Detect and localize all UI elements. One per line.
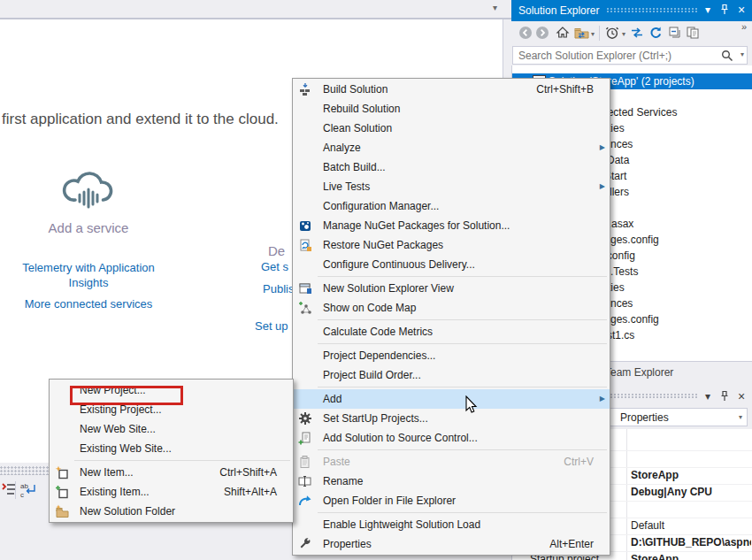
properties-combobox-text: Properties xyxy=(620,411,669,424)
pin-icon[interactable] xyxy=(717,390,732,404)
forward-icon[interactable] xyxy=(535,26,550,41)
tab-team-explorer[interactable]: Team Explorer xyxy=(605,366,673,379)
menu-item-label: Project Build Order... xyxy=(323,369,421,381)
solution-context-menu: Build SolutionCtrl+Shift+BRebuild Soluti… xyxy=(292,78,610,556)
publish-link-clipped[interactable]: Publis xyxy=(263,282,294,295)
add-a-service-button[interactable]: Add a service xyxy=(9,161,168,235)
existing-item-icon xyxy=(55,485,69,499)
close-icon[interactable]: × xyxy=(734,4,748,18)
sync-active-document-icon[interactable] xyxy=(574,26,589,41)
menu-item-clean-solution[interactable]: Clean Solution xyxy=(293,119,610,138)
menu-item-new-project[interactable]: New Project... xyxy=(50,380,293,400)
menu-item-new-solution-explorer-view[interactable]: New Solution Explorer View xyxy=(293,279,610,298)
menu-item-label: Manage NuGet Packages for Solution... xyxy=(323,219,510,232)
menu-item-new-item[interactable]: New Item...Ctrl+Shift+A xyxy=(50,463,293,482)
menu-item-show-on-code-map[interactable]: Show on Code Map xyxy=(293,298,610,318)
no-icon xyxy=(298,325,312,339)
menu-item-label: Existing Web Site... xyxy=(80,442,172,455)
menu-item-label: Calculate Code Metrics xyxy=(323,326,433,338)
error-list-icon[interactable] xyxy=(2,480,16,502)
menu-item-shortcut: Shift+Alt+A xyxy=(224,482,277,502)
property-value[interactable]: StoreApp xyxy=(631,467,751,484)
get-started-link-clipped[interactable]: Get s xyxy=(261,260,288,273)
menu-item-live-tests[interactable]: Live Tests▶ xyxy=(293,177,610,196)
menu-item-label: Rename xyxy=(323,475,363,487)
code-map-icon xyxy=(298,301,312,315)
search-icon[interactable] xyxy=(721,50,733,65)
search-options-dropdown-icon[interactable]: ▾ xyxy=(740,50,744,58)
menu-separator xyxy=(74,460,290,461)
submenu-arrow-icon: ▶ xyxy=(600,138,605,157)
no-icon xyxy=(298,392,312,406)
rename-icon xyxy=(298,474,312,488)
menu-item-manage-nuget-packages[interactable]: Manage NuGet Packages for Solution... xyxy=(293,216,610,235)
no-icon xyxy=(298,518,312,532)
close-icon[interactable]: × xyxy=(734,390,748,404)
menu-item-project-dependencies[interactable]: Project Dependencies... xyxy=(293,346,610,365)
menu-item-add-solution-to-source-control[interactable]: Add Solution to Source Control... xyxy=(293,428,610,448)
menu-item-label: Restore NuGet Packages xyxy=(323,239,443,251)
menu-item-open-folder-in-file-explorer[interactable]: Open Folder in File Explorer xyxy=(293,491,610,510)
chevron-down-icon[interactable]: ▾ xyxy=(591,30,595,38)
no-icon xyxy=(298,160,312,174)
menu-item-set-startup-projects[interactable]: Set StartUp Projects... xyxy=(293,409,610,428)
show-all-files-icon[interactable] xyxy=(686,26,701,41)
visual-studio-window: ▾ first application and extend it to the… xyxy=(0,0,752,560)
menu-item-new-web-site[interactable]: New Web Site... xyxy=(50,419,293,439)
menu-item-analyze[interactable]: Analyze▶ xyxy=(293,138,610,157)
menu-item-add[interactable]: Add▶ xyxy=(293,389,610,409)
set-up-link-clipped[interactable]: Set up xyxy=(255,319,288,333)
menu-item-build-solution[interactable]: Build SolutionCtrl+Shift+B xyxy=(293,80,610,99)
property-value[interactable]: Default xyxy=(631,518,751,534)
menu-item-existing-project[interactable]: Existing Project... xyxy=(50,400,293,419)
chevron-down-icon[interactable]: ▾ xyxy=(739,413,742,421)
home-icon[interactable] xyxy=(556,26,571,41)
menu-item-existing-item[interactable]: Existing Item...Shift+Alt+A xyxy=(50,482,293,502)
word-wrap-icon[interactable]: ab c xyxy=(19,480,37,502)
search-input[interactable] xyxy=(512,46,748,65)
property-value[interactable]: Debug|Any CPU xyxy=(631,484,751,501)
refresh-icon[interactable] xyxy=(648,26,664,41)
menu-item-label: Enable Lightweight Solution Load xyxy=(323,518,480,531)
menu-separator xyxy=(318,343,607,344)
menu-item-label: Open Folder in File Explorer xyxy=(323,495,456,507)
back-icon[interactable] xyxy=(518,26,533,41)
property-value[interactable]: D:\GITHUB_REPO\aspne xyxy=(631,534,751,551)
menu-item-rebuild-solution[interactable]: Rebuild Solution xyxy=(293,99,610,119)
menu-item-properties[interactable]: PropertiesAlt+Enter xyxy=(293,534,610,554)
menu-separator xyxy=(318,512,607,513)
menu-item-project-build-order[interactable]: Project Build Order... xyxy=(293,365,610,385)
svg-text:ab: ab xyxy=(20,482,28,490)
property-value[interactable]: StoreApp xyxy=(631,551,751,560)
menu-item-enable-lightweight-solution-load[interactable]: Enable Lightweight Solution Load xyxy=(293,515,610,534)
menu-item-paste[interactable]: PasteCtrl+V xyxy=(293,452,610,472)
telemetry-app-insights-link[interactable]: Telemetry with Application Insights xyxy=(9,260,168,290)
menu-item-calculate-code-metrics[interactable]: Calculate Code Metrics xyxy=(293,322,610,341)
pin-icon[interactable] xyxy=(717,4,732,18)
no-icon xyxy=(298,102,312,116)
switch-views-icon[interactable] xyxy=(630,26,645,41)
solution-explorer-title: Solution Explorer xyxy=(518,4,599,17)
toolbar-overflow-icon[interactable]: » xyxy=(741,21,747,32)
deploy-label-clipped: De xyxy=(268,243,285,258)
menu-item-configure-continuous-delivery[interactable]: Configure Continuous Delivery... xyxy=(293,255,610,274)
menu-item-rename[interactable]: Rename xyxy=(293,472,610,491)
window-position-icon[interactable]: ▾ xyxy=(701,4,715,18)
solution-explorer-titlebar[interactable]: Solution Explorer ▾ × xyxy=(511,0,752,21)
no-icon xyxy=(298,199,312,213)
menu-item-restore-nuget-packages[interactable]: Restore NuGet Packages xyxy=(293,235,610,255)
solution-explorer-toolbar: » ▾▾ xyxy=(511,21,752,46)
menu-item-existing-web-site[interactable]: Existing Web Site... xyxy=(50,439,293,458)
document-well-dropdown-icon[interactable]: ▾ xyxy=(493,3,497,12)
collapse-all-icon[interactable] xyxy=(668,26,683,41)
chevron-down-icon[interactable]: ▾ xyxy=(622,30,625,38)
menu-item-configuration-manager[interactable]: Configuration Manager... xyxy=(293,196,610,216)
more-connected-services-link[interactable]: More connected services xyxy=(9,297,168,311)
window-position-icon[interactable]: ▾ xyxy=(701,390,715,404)
menu-separator xyxy=(318,319,607,320)
pending-changes-filter-icon[interactable] xyxy=(605,26,620,41)
menu-item-label: New Project... xyxy=(80,384,146,396)
menu-item-batch-build[interactable]: Batch Build... xyxy=(293,157,610,177)
menu-item-new-solution-folder[interactable]: New Solution Folder xyxy=(50,502,293,521)
menu-separator xyxy=(318,449,607,450)
